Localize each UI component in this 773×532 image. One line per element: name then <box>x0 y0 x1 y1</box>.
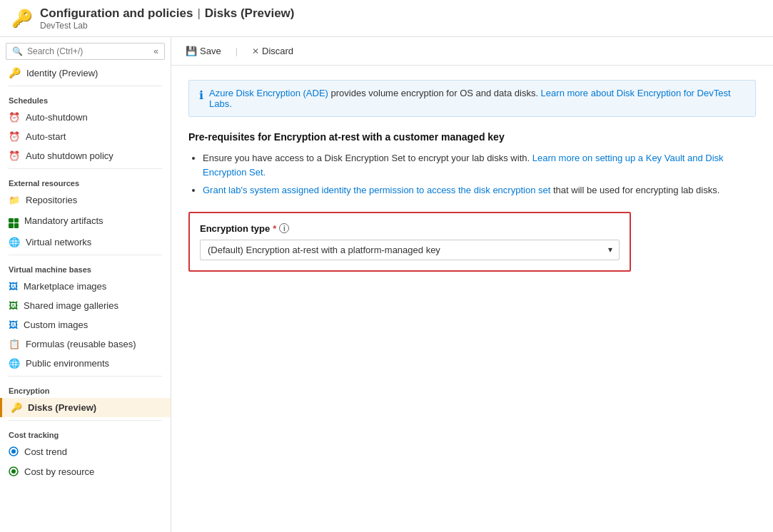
encryption-type-select[interactable]: (Default) Encryption at-rest with a plat… <box>200 240 620 260</box>
encryption-type-label: Encryption type * i <box>200 223 620 234</box>
sidebar-item-cost-by-resource[interactable]: Cost by resource <box>0 462 171 482</box>
sidebar-label: Auto-shutdown <box>26 112 88 123</box>
shared-image-galleries-icon: 🖼 <box>9 300 18 311</box>
info-text: Azure Disk Encryption (ADE) provides vol… <box>209 88 745 109</box>
sidebar-label: Marketplace images <box>24 281 106 292</box>
content-body: ℹ Azure Disk Encryption (ADE) provides v… <box>171 66 773 286</box>
mandatory-artifacts-icon <box>9 214 19 228</box>
search-input[interactable] <box>27 46 149 56</box>
prereq-title: Pre-requisites for Encryption at-rest wi… <box>188 131 756 143</box>
sidebar-label: Repositories <box>26 195 77 205</box>
info-icon: ℹ <box>199 88 203 102</box>
external-section-title: External resources <box>0 172 171 190</box>
page-title-sub: Disks (Preview) <box>205 6 295 21</box>
sidebar-item-marketplace-images[interactable]: 🖼 Marketplace images <box>0 277 171 296</box>
encryption-section-title: Encryption <box>0 379 171 398</box>
vm-bases-section-title: Virtual machine bases <box>0 258 171 277</box>
sidebar-item-custom-images[interactable]: 🖼 Custom images <box>0 315 171 334</box>
virtual-networks-icon: 🌐 <box>9 237 20 247</box>
public-environments-icon: 🌐 <box>9 358 20 369</box>
save-label: Save <box>200 46 221 56</box>
sidebar-item-public-environments[interactable]: 🌐 Public environments <box>0 354 171 373</box>
sidebar-item-mandatory-artifacts[interactable]: Mandatory artifacts <box>0 210 171 232</box>
sidebar-label: Auto shutdown policy <box>26 150 113 161</box>
page-subtext: DevTest Lab <box>40 21 295 31</box>
cost-by-resource-icon <box>9 466 19 478</box>
required-indicator: * <box>273 223 276 234</box>
header-icon: 🔑 <box>11 9 33 29</box>
info-tooltip-icon[interactable]: i <box>279 223 289 233</box>
cost-tracking-section-title: Cost tracking <box>0 424 171 442</box>
search-icon: 🔍 <box>12 46 23 56</box>
divider <box>9 86 162 86</box>
cost-trend-icon <box>9 446 19 458</box>
marketplace-images-icon: 🖼 <box>9 281 18 292</box>
sidebar-label: Shared image galleries <box>24 300 118 311</box>
sidebar-item-cost-trend[interactable]: Cost trend <box>0 442 171 462</box>
identity-icon: 🔑 <box>9 67 21 78</box>
sidebar-label: Disks (Preview) <box>28 402 96 413</box>
custom-images-icon: 🖼 <box>9 319 18 330</box>
sidebar-item-disks-preview[interactable]: 🔑 Disks (Preview) <box>0 398 171 417</box>
divider <box>9 168 162 169</box>
toolbar-divider: | <box>236 46 238 56</box>
sidebar-item-repositories[interactable]: 📁 Repositories <box>0 190 171 210</box>
repositories-icon: 📁 <box>9 195 20 205</box>
prereq-item-2: Grant lab's system assigned identity the… <box>203 183 756 198</box>
grant-identity-link[interactable]: Grant lab's system assigned identity the… <box>203 185 550 195</box>
discard-icon: ✕ <box>252 46 259 56</box>
sidebar-label: Identity (Preview) <box>26 68 98 78</box>
auto-shutdown-policy-icon: ⏰ <box>9 150 20 161</box>
content-area: 💾 Save | ✕ Discard ℹ Azure Disk Encrypti… <box>171 37 773 532</box>
prereq-list: Ensure you have access to a Disk Encrypt… <box>203 151 756 198</box>
divider <box>9 255 162 255</box>
sidebar-label: Cost trend <box>24 446 67 457</box>
sidebar-item-formulas[interactable]: 📋 Formulas (reusable bases) <box>0 334 171 354</box>
sidebar-label: Formulas (reusable bases) <box>26 339 136 349</box>
sidebar-label: Cost by resource <box>24 466 94 477</box>
sidebar-item-auto-shutdown[interactable]: ⏰ Auto-shutdown <box>0 108 171 127</box>
sidebar-label: Auto-start <box>26 131 66 142</box>
sidebar-item-auto-shutdown-policy[interactable]: ⏰ Auto shutdown policy <box>0 146 171 165</box>
sidebar: 🔍 « 🔑 Identity (Preview) Schedules ⏰ Aut… <box>0 37 171 532</box>
encryption-form-group: Encryption type * i (Default) Encryption… <box>188 212 631 272</box>
search-container: 🔍 « <box>6 43 165 60</box>
sidebar-label: Public environments <box>26 358 109 369</box>
discard-label: Discard <box>262 46 293 56</box>
auto-shutdown-icon: ⏰ <box>9 112 20 123</box>
disks-preview-icon: 🔑 <box>11 402 22 413</box>
save-button[interactable]: 💾 Save <box>183 43 224 59</box>
sidebar-label: Virtual networks <box>26 237 91 247</box>
ade-link[interactable]: Azure Disk Encryption (ADE) <box>209 88 328 98</box>
svg-point-1 <box>11 449 16 454</box>
schedules-section-title: Schedules <box>0 89 171 108</box>
save-icon: 💾 <box>186 46 197 56</box>
discard-button[interactable]: ✕ Discard <box>249 43 296 59</box>
svg-point-3 <box>11 469 16 474</box>
sidebar-label: Mandatory artifacts <box>24 215 103 226</box>
top-bar: 🔑 Configuration and policies | Disks (Pr… <box>0 0 773 37</box>
page-title-main: Configuration and policies <box>40 6 193 21</box>
sidebar-item-virtual-networks[interactable]: 🌐 Virtual networks <box>0 232 171 252</box>
sidebar-item-shared-image-galleries[interactable]: 🖼 Shared image galleries <box>0 296 171 315</box>
formulas-icon: 📋 <box>9 339 20 349</box>
collapse-icon[interactable]: « <box>153 46 158 56</box>
divider <box>9 420 162 421</box>
sidebar-item-auto-start[interactable]: ⏰ Auto-start <box>0 127 171 146</box>
sidebar-item-identity[interactable]: 🔑 Identity (Preview) <box>0 63 171 83</box>
auto-start-icon: ⏰ <box>9 131 20 142</box>
divider <box>9 376 162 377</box>
toolbar: 💾 Save | ✕ Discard <box>171 37 773 66</box>
info-banner: ℹ Azure Disk Encryption (ADE) provides v… <box>188 80 756 117</box>
prereq-item-1: Ensure you have access to a Disk Encrypt… <box>203 151 756 179</box>
encryption-type-select-wrapper: (Default) Encryption at-rest with a plat… <box>200 240 620 260</box>
sidebar-label: Custom images <box>24 319 88 330</box>
